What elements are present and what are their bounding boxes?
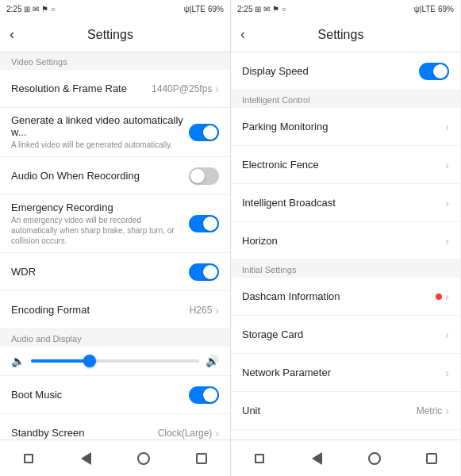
- nav-square-right[interactable]: [244, 447, 275, 470]
- list-item-audio-recording[interactable]: Audio On When Reocording: [0, 157, 230, 195]
- network-right: ψ|LTE: [414, 5, 436, 13]
- intelligent-broadcast-chevron: ›: [445, 197, 449, 209]
- back-button-right[interactable]: ‹: [240, 26, 245, 43]
- slider-fill: [31, 359, 90, 363]
- section-header-initial: Initial Settings: [231, 260, 460, 278]
- electronic-fence-chevron: ›: [445, 159, 449, 171]
- horizon-chevron: ›: [445, 235, 449, 248]
- list-item-boot-music[interactable]: Boot Music: [0, 376, 230, 414]
- top-bar-left: ‹ Settings: [0, 17, 230, 52]
- audio-recording-toggle[interactable]: [189, 167, 219, 185]
- nav-square-left[interactable]: [13, 447, 44, 470]
- list-item-horizon[interactable]: Horizon ›: [231, 222, 460, 260]
- status-time-right: 2:25 ⊞ ✉ ⚑ ○: [237, 5, 286, 13]
- nav-home-left[interactable]: [128, 447, 159, 470]
- list-item-electronic-fence[interactable]: Electronic Fence ›: [231, 146, 460, 184]
- dashcam-info-label: Dashcam Information: [242, 290, 436, 302]
- unit-value: Metric: [417, 405, 443, 416]
- volume-low-icon: 🔈: [11, 355, 25, 367]
- volume-area: 🔈 🔊: [0, 347, 230, 376]
- wdr-label: WDR: [11, 266, 189, 278]
- back-button-left[interactable]: ‹: [10, 26, 14, 43]
- boot-music-toggle[interactable]: [189, 386, 219, 404]
- resolution-label: Resolution & Frame Rate: [11, 83, 152, 94]
- volume-high-icon: 🔊: [206, 355, 219, 367]
- nav-recent-left[interactable]: [186, 447, 217, 470]
- scroll-content-left: Video Settings Resolution & Frame Rate 1…: [0, 52, 230, 440]
- page-title-left: Settings: [21, 28, 200, 42]
- parking-chevron: ›: [445, 121, 449, 133]
- list-item-language[interactable]: Language English ›: [231, 430, 460, 440]
- linked-video-label: Generate a linked video automatically w.…: [11, 114, 189, 138]
- linked-video-toggle[interactable]: [189, 124, 219, 141]
- list-item-resolution[interactable]: Resolution & Frame Rate 1440P@25fps ›: [0, 70, 230, 108]
- battery-right: 69%: [438, 5, 454, 13]
- slider-thumb[interactable]: [83, 355, 96, 367]
- display-speed-top-label: Display Speed: [242, 65, 419, 77]
- scroll-content-right: Display Speed Intelligent Control Parkin…: [231, 52, 460, 440]
- resolution-chevron: ›: [215, 83, 219, 95]
- status-icons-left: ⊞ ✉ ⚑ ○: [24, 5, 55, 13]
- list-item-unit[interactable]: Unit Metric ›: [231, 392, 460, 430]
- unit-label: Unit: [242, 405, 417, 416]
- network-param-label: Network Parameter: [242, 367, 445, 378]
- section-header-video: Video Settings: [0, 52, 230, 70]
- list-item-dashcam-info[interactable]: Dashcam Information ›: [231, 278, 460, 316]
- standby-chevron: ›: [215, 427, 219, 440]
- battery-left: 69%: [208, 5, 224, 13]
- display-speed-top-toggle[interactable]: [419, 63, 449, 80]
- bottom-nav-right: [231, 440, 460, 476]
- storage-card-label: Storage Card: [242, 328, 445, 340]
- emergency-sub: An emergency video will be recorded auto…: [11, 215, 189, 246]
- unit-chevron: ›: [445, 405, 449, 417]
- top-bar-right: ‹ Settings: [231, 17, 460, 52]
- list-item-storage-card[interactable]: Storage Card ›: [231, 316, 460, 354]
- page-title-right: Settings: [252, 28, 430, 42]
- storage-card-chevron: ›: [445, 328, 449, 341]
- time-left: 2:25: [6, 5, 21, 13]
- encoding-value: H265: [190, 305, 213, 316]
- section-header-audio: Audio and Display: [0, 329, 230, 347]
- nav-back-left[interactable]: [71, 447, 102, 470]
- horizon-label: Horizon: [242, 235, 445, 247]
- wdr-toggle[interactable]: [189, 263, 219, 281]
- audio-recording-label: Audio On When Reocording: [11, 170, 189, 182]
- status-right-left: ψ|LTE 69%: [184, 5, 224, 13]
- left-panel: 2:25 ⊞ ✉ ⚑ ○ ψ|LTE 69% ‹ Settings Video …: [0, 0, 230, 476]
- intelligent-broadcast-label: Intelligent Broadcast: [242, 197, 445, 209]
- boot-music-label: Boot Music: [11, 389, 189, 401]
- emergency-label: Emergency Recording: [11, 202, 189, 213]
- status-icons-right: ⊞ ✉ ⚑ ○: [255, 5, 286, 13]
- list-item-parking[interactable]: Parking Monitoring ›: [231, 108, 460, 146]
- status-bar-left: 2:25 ⊞ ✉ ⚑ ○ ψ|LTE 69%: [0, 0, 230, 17]
- nav-home-right[interactable]: [359, 447, 390, 470]
- list-item-wdr[interactable]: WDR: [0, 253, 230, 291]
- list-item-network-param[interactable]: Network Parameter ›: [231, 354, 460, 392]
- right-panel: 2:25 ⊞ ✉ ⚑ ○ ψ|LTE 69% ‹ Settings Displa…: [230, 0, 460, 476]
- dashcam-info-dot: [436, 294, 442, 300]
- emergency-toggle[interactable]: [189, 215, 219, 232]
- resolution-value: 1440P@25fps: [152, 83, 212, 94]
- list-item-linked-video[interactable]: Generate a linked video automatically w.…: [0, 108, 230, 157]
- parking-label: Parking Monitoring: [242, 121, 445, 132]
- network-param-chevron: ›: [445, 367, 449, 379]
- dashcam-info-chevron: ›: [445, 290, 449, 303]
- list-item-standby[interactable]: Standby Screen Clock(Large) ›: [0, 414, 230, 440]
- linked-video-sub: A linked video will be generated automat…: [11, 140, 189, 150]
- standby-label: Standby Screen: [11, 427, 158, 439]
- list-item-emergency[interactable]: Emergency Recording An emergency video w…: [0, 195, 230, 253]
- nav-recent-right[interactable]: [416, 447, 448, 470]
- standby-value: Clock(Large): [158, 428, 213, 439]
- encoding-label: Encoding Format: [11, 304, 190, 316]
- bottom-nav-left: [0, 440, 230, 476]
- nav-back-right[interactable]: [301, 447, 332, 470]
- status-right-right: ψ|LTE 69%: [414, 5, 454, 13]
- list-item-encoding[interactable]: Encoding Format H265 ›: [0, 291, 230, 329]
- list-item-display-speed-top[interactable]: Display Speed: [231, 52, 460, 90]
- network-left: ψ|LTE: [184, 5, 206, 13]
- status-bar-right: 2:25 ⊞ ✉ ⚑ ○ ψ|LTE 69%: [231, 0, 460, 17]
- volume-slider[interactable]: [31, 359, 199, 363]
- status-time-left: 2:25 ⊞ ✉ ⚑ ○: [6, 5, 56, 13]
- list-item-intelligent-broadcast[interactable]: Intelligent Broadcast ›: [231, 184, 460, 222]
- time-right: 2:25: [237, 5, 252, 13]
